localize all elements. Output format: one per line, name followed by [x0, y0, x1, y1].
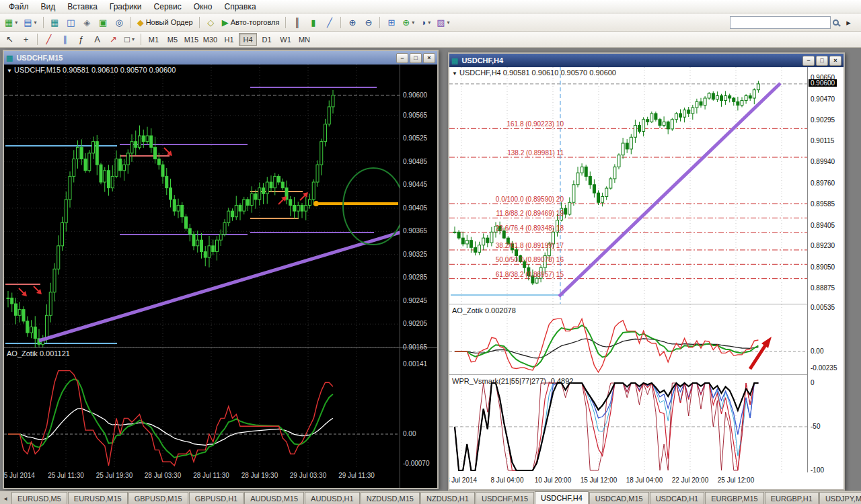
indicators-icon: ⊕ — [402, 18, 410, 27]
terminal-icon: ▣ — [99, 18, 107, 27]
chart-area-usdchf-m15[interactable]: ▼ USDCHF,M15 0.90581 0.90610 0.90570 0.9… — [4, 65, 437, 488]
minimize-button[interactable]: – — [802, 56, 815, 66]
chart-tab-NZDUSD-H1[interactable]: NZDUSD,H1 — [420, 492, 475, 504]
timeframe-D1[interactable]: D1 — [258, 33, 276, 46]
cursor-button[interactable]: ↖ — [2, 32, 17, 46]
window-titlebar[interactable]: ▦ USDCHF,H4 – □ × — [449, 54, 844, 67]
crosshair-icon: + — [24, 35, 29, 44]
timeframe-H4[interactable]: H4 — [239, 33, 257, 46]
timeframe-W1[interactable]: W1 — [276, 33, 295, 46]
market-watch-button[interactable]: ▦ — [47, 15, 63, 30]
time-label: 25 Jul 2014 — [4, 472, 35, 479]
templates-button[interactable]: ▨▾ — [434, 15, 452, 30]
time-label: 10 Jul 20:00 — [535, 476, 572, 484]
menu-window[interactable]: Окно — [188, 1, 219, 13]
chart-tab-USDCAD-H1[interactable]: USDCAD,H1 — [650, 492, 705, 504]
chart-tab-EURUSD-M15[interactable]: EURUSD,M15 — [68, 492, 128, 504]
close-button[interactable]: × — [829, 56, 841, 66]
fib-level-label: 38.2/61.8 (0.89199) 17 — [470, 242, 564, 249]
chart-tab-AUDUSD-M15[interactable]: AUDUSD,M15 — [244, 492, 304, 504]
chart-tab-AUDUSD-H1[interactable]: AUDUSD,H1 — [305, 492, 360, 504]
timeframe-M30[interactable]: M30 — [201, 33, 219, 46]
text-button[interactable]: A — [89, 32, 105, 46]
tab-scroll-left[interactable]: ◂ — [0, 492, 11, 504]
new-order-button[interactable]: ◆Новый Ордер — [135, 15, 196, 30]
time-label: 18 Jul 04:00 — [626, 476, 663, 484]
menu-help[interactable]: Справка — [219, 1, 262, 13]
data-window-button[interactable]: ◫ — [63, 15, 79, 30]
ohlc-text: USDCHF,M15 0.90581 0.90610 0.90570 0.906… — [14, 66, 176, 74]
menu-service[interactable]: Сервис — [148, 1, 188, 13]
window-titlebar[interactable]: ▦ USDCHF,M15 – □ × — [4, 51, 437, 65]
terminal-button[interactable]: ▣ — [96, 15, 111, 30]
arrows-tool-button[interactable]: ↗ — [106, 32, 121, 46]
new-chart-button[interactable]: ▦▾ — [2, 15, 20, 30]
tile-windows-button[interactable]: ⊞ — [383, 15, 399, 30]
chart-tab-USDCAD-M15[interactable]: USDCAD,M15 — [589, 492, 649, 504]
toolbar-separator — [285, 17, 286, 28]
chart-tab-EURUSD-M5[interactable]: EURUSD,M5 — [11, 492, 67, 504]
zoom-out-button[interactable]: ⊖ — [361, 15, 376, 30]
chart-area-usdchf-h4[interactable]: ▼ USDCHF,H4 0.90581 0.90610 0.90570 0.90… — [449, 67, 844, 489]
chart-tab-USDCHF-H4[interactable]: USDCHF,H4 — [535, 491, 589, 504]
chart-ohlc-header: ▼ USDCHF,H4 0.90581 0.90610 0.90570 0.90… — [452, 69, 616, 77]
timeframe-M1[interactable]: M1 — [145, 33, 163, 46]
close-button[interactable]: × — [423, 53, 435, 63]
chart-tab-EURGBP-M15[interactable]: EURGBP,M15 — [705, 492, 764, 504]
chart-ohlc-header: ▼ USDCHF,M15 0.90581 0.90610 0.90570 0.9… — [7, 66, 176, 74]
shapes-button[interactable]: □▾ — [122, 32, 137, 46]
search-input[interactable] — [730, 16, 831, 29]
maximize-button[interactable]: □ — [816, 56, 828, 66]
profiles-button[interactable]: ▤▾ — [21, 15, 39, 30]
periods-button[interactable]: ◑▾ — [418, 15, 433, 30]
chart-tab-NZDUSD-M15[interactable]: NZDUSD,M15 — [361, 492, 420, 504]
menu-charts[interactable]: Графики — [104, 1, 148, 13]
maximize-button[interactable]: □ — [410, 53, 422, 63]
timeframe-M5[interactable]: M5 — [163, 33, 182, 46]
fibonacci-button[interactable]: ƒ — [73, 32, 89, 46]
search-go-button[interactable]: ▸ — [841, 15, 856, 30]
indicators-button[interactable]: ⊕▾ — [400, 15, 417, 30]
text-tool-icon: A — [94, 35, 100, 44]
pane-separator — [4, 347, 437, 348]
menu-insert[interactable]: Вставка — [61, 1, 104, 13]
strategy-tester-button[interactable]: ◎ — [112, 15, 127, 30]
time-label: 22 Jul 20:00 — [672, 476, 709, 484]
timeframe-H1[interactable]: H1 — [220, 33, 238, 46]
chart-tab-USDCHF-M15[interactable]: USDCHF,M15 — [476, 492, 534, 504]
chart-tab-GBPUSD-M15[interactable]: GBPUSD,M15 — [128, 492, 188, 504]
price-label: 0.90600 — [403, 91, 427, 99]
timeframe-MN[interactable]: MN — [295, 33, 313, 46]
chart-tab-USDJPY-M15[interactable]: USDJPY,M15 — [819, 492, 861, 504]
chart-tab-GBPUSD-H1[interactable]: GBPUSD,H1 — [189, 492, 244, 504]
autotrading-button[interactable]: ▶Авто-торговля — [219, 15, 283, 30]
crosshair-button[interactable]: + — [18, 32, 34, 46]
chart-line-button[interactable]: ╱ — [322, 15, 337, 30]
search-icon[interactable] — [833, 19, 839, 26]
price-label: 0.90470 — [811, 95, 835, 103]
chart-candles-button[interactable]: ▮ — [305, 15, 321, 30]
price-label: 0.89585 — [811, 200, 835, 208]
price-scale: 0.906500.904700.902950.901150.899400.897… — [807, 67, 844, 489]
zoom-in-icon: ⊕ — [348, 18, 356, 27]
fib-level-label: 61.8/38.2 (0.88957) 15 — [470, 271, 564, 278]
menu-view[interactable]: Вид — [35, 1, 62, 13]
metaeditor-button[interactable]: ◇ — [203, 15, 219, 30]
channel-button[interactable]: ∥ — [57, 32, 73, 46]
price-label: 0.89050 — [811, 263, 835, 271]
zoom-in-button[interactable]: ⊕ — [344, 15, 360, 30]
menu-bar: Файл Вид Вставка Графики Сервис Окно Спр… — [0, 0, 861, 13]
chart-tab-EURGBP-H1[interactable]: EURGBP,H1 — [765, 492, 819, 504]
time-label: 28 Jul 03:30 — [145, 472, 182, 479]
arrow-right-icon: ▸ — [846, 18, 851, 27]
menu-file[interactable]: Файл — [3, 1, 35, 13]
indicator-label-wpr: WPR_Vsmark(21|55|77|277) -0.4892 — [452, 377, 573, 385]
navigator-button[interactable]: ◈ — [79, 15, 95, 30]
minimize-button[interactable]: – — [396, 53, 408, 63]
trendline-button[interactable]: ╱ — [41, 32, 57, 46]
fib-level-label: 23.6/76.4 (0.89348) 18 — [470, 224, 564, 232]
templates-icon: ▨ — [437, 18, 445, 27]
ao-scale-label: 0.00 — [403, 430, 416, 437]
timeframe-M15[interactable]: M15 — [182, 33, 200, 46]
chart-bars-button[interactable]: ║ — [289, 15, 305, 30]
